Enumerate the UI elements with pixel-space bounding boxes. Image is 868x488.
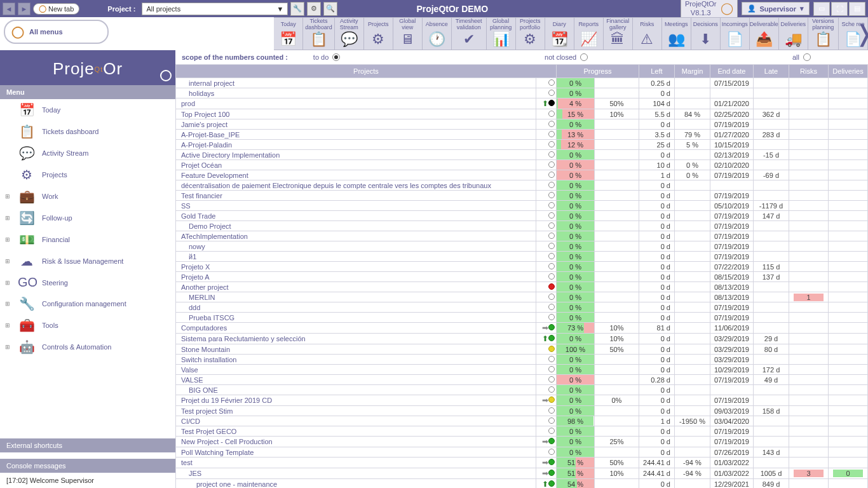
external-shortcuts-header[interactable]: External shortcuts: [0, 438, 175, 452]
toolbar-item[interactable]: Financial gallery🏛: [604, 18, 633, 50]
nav-back-button[interactable]: ◄: [3, 3, 15, 15]
table-row[interactable]: VALSE0 %0.28 d07/19/201949 d: [176, 375, 868, 385]
sidebar-item[interactable]: 📋Tickets dashboard: [0, 121, 175, 142]
table-row[interactable]: ATechImplementation0 %0 d07/19/2019: [176, 231, 868, 241]
panel-button[interactable]: ▤: [849, 2, 865, 16]
toolbar-item[interactable]: Incomings📄: [721, 18, 750, 50]
all-menus-button[interactable]: ◯ All menus: [4, 20, 109, 44]
cell-late: [754, 416, 789, 426]
toolbar-item[interactable]: Today📅: [274, 18, 303, 50]
table-row[interactable]: Jamie's project0 %0 d07/19/2019: [176, 119, 868, 130]
table-row[interactable]: Projeto A0 %0 d08/15/2019137 d: [176, 272, 868, 282]
table-row[interactable]: Feature Development0 %1 d0 %07/19/2019-6…: [176, 170, 868, 180]
col-margin[interactable]: Margin: [674, 65, 710, 78]
sidebar-item[interactable]: 💬Activity Stream: [0, 142, 175, 164]
table-row[interactable]: internal project0 %0.25 d07/15/2019: [176, 78, 868, 88]
sidebar-item[interactable]: ⊞💼Work: [0, 186, 175, 207]
toolbar-item[interactable]: Deliveries🚚: [779, 18, 808, 50]
toolbar-item[interactable]: Timesheet validation✔: [452, 18, 487, 50]
toolbar-item[interactable]: Versions planning📋: [808, 18, 839, 50]
col-deliveries[interactable]: Deliveries: [829, 65, 868, 78]
table-row[interactable]: Valse0 %0 d10/29/2019172 d: [176, 365, 868, 375]
sidebar-item[interactable]: 📅Today: [0, 99, 175, 121]
table-row[interactable]: Prueba ITSCG0 %0 d07/19/2019: [176, 313, 868, 323]
toolbar-item[interactable]: Tickets dashboard📋: [303, 18, 335, 50]
scope-todo[interactable]: to do: [313, 53, 340, 61]
table-row[interactable]: й10 %0 d07/19/2019: [176, 252, 868, 262]
toolbar-item[interactable]: Global view🖥: [393, 18, 423, 50]
toolbar-scroll-right[interactable]: ❭: [858, 18, 868, 50]
table-row[interactable]: ddd0 %0 d07/19/2019: [176, 302, 868, 313]
toolbar-item[interactable]: Meetings👥: [662, 18, 691, 50]
table-row[interactable]: Test financier0 %0 d07/19/2019: [176, 191, 868, 201]
nav-forward-button[interactable]: ►: [18, 3, 31, 15]
table-row[interactable]: BIG ONE0 %0 d: [176, 385, 868, 395]
toolbar-item[interactable]: Absence🕐: [423, 18, 452, 50]
scope-notclosed[interactable]: not closed: [545, 53, 588, 61]
table-row[interactable]: Stone Mountain100 %50%0 d03/29/201980 d: [176, 344, 868, 355]
table-row[interactable]: JES➡51 %10%244.41 d-94 %01/03/20221005 d…: [176, 468, 868, 479]
sidebar-item[interactable]: ⊞🔧Configuration management: [0, 293, 175, 315]
new-tab-button[interactable]: ◯New tab: [33, 3, 79, 15]
table-row[interactable]: MERLIN0 %0 d08/13/20191: [176, 292, 868, 302]
col-left[interactable]: Left: [639, 65, 674, 78]
col-projects[interactable]: Projects: [176, 65, 557, 78]
table-row[interactable]: décentralisation de paiement Electroniqu…: [176, 180, 868, 191]
toolbar-item[interactable]: Reports📈: [574, 18, 604, 50]
wrench-button[interactable]: 🔧: [290, 2, 304, 16]
table-row[interactable]: Top Project 10015 %10%5.5 d84 %02/25/202…: [176, 109, 868, 119]
table-row[interactable]: A-Projet-Base_IPE13 %3.5 d79 %01/27/2020…: [176, 130, 868, 140]
gear-button[interactable]: ⚙: [307, 2, 321, 16]
table-row[interactable]: Projet du 19 Février 2019 CD➡0 %0%0 d07/…: [176, 395, 868, 406]
toolbar-item[interactable]: Global planning📊: [487, 18, 516, 50]
fullscreen-button[interactable]: ⛶: [831, 2, 848, 16]
col-progress[interactable]: Progress: [556, 65, 639, 78]
toolbar-item[interactable]: Diary📆: [545, 18, 574, 50]
table-row[interactable]: Demo Project0 %0 d07/19/2019: [176, 221, 868, 231]
table-row[interactable]: prod⬆4 %50%104 d01/21/2020: [176, 98, 868, 109]
table-row[interactable]: SS0 %0 d05/10/2019-1179 d: [176, 201, 868, 211]
col-enddate[interactable]: End date: [710, 65, 753, 78]
col-risks[interactable]: Risks: [789, 65, 829, 78]
scope-all[interactable]: all: [792, 53, 811, 61]
toolbar-item[interactable]: Decisions⬇: [691, 18, 721, 50]
col-late[interactable]: Late: [754, 65, 789, 78]
sidebar-item[interactable]: ⊞🧰Tools: [0, 315, 175, 336]
table-row[interactable]: Projet Océan0 %10 d0 %02/10/2020: [176, 160, 868, 170]
sidebar-item[interactable]: ⊞GOSteering: [0, 272, 175, 293]
table-row[interactable]: New Project - Cell Production➡0 %25%0 d0…: [176, 437, 868, 447]
cell-name: SS: [176, 201, 536, 211]
toolbar-item[interactable]: Projects⚙: [364, 18, 393, 50]
sidebar-item[interactable]: ⚙Projects: [0, 164, 175, 186]
table-row[interactable]: Switch installation0 %0 d03/29/2019: [176, 355, 868, 365]
table-row[interactable]: nowy0 %0 d07/19/2019: [176, 241, 868, 252]
table-row[interactable]: Another project0 %0 d08/13/2019: [176, 282, 868, 292]
table-row[interactable]: Active Directory Implementation0 %0 d02/…: [176, 150, 868, 160]
table-row[interactable]: Sistema para Reclutamiento y selección⬆0…: [176, 334, 868, 344]
search-button[interactable]: 🔍: [323, 2, 337, 16]
toolbar-item[interactable]: Activity Stream💬: [335, 18, 364, 50]
sidebar-item[interactable]: ⊞☁Risk & Issue Management: [0, 250, 175, 272]
table-row[interactable]: Gold Trade0 %0 d07/19/2019147 d: [176, 211, 868, 221]
sidebar-item[interactable]: ⊞🤖Controls & Automation: [0, 336, 175, 358]
cell-late: [754, 395, 789, 406]
table-row[interactable]: Test project Stim0 %0 d09/03/2019158 d: [176, 406, 868, 416]
table-row[interactable]: Projeto X0 %0 d07/22/2019115 d: [176, 262, 868, 272]
supervisor-menu[interactable]: 👤 Supervisor ▾: [742, 2, 810, 15]
table-row[interactable]: project one - maintenance⬆54 %0 d12/29/2…: [176, 479, 868, 489]
table-row[interactable]: Test Projet GECO0 %0 d07/19/2019: [176, 426, 868, 437]
console-header[interactable]: Console messages: [0, 459, 175, 473]
toolbar-item[interactable]: Deliverable📤: [750, 18, 779, 50]
sidebar-item[interactable]: ⊞🔄Follow-up: [0, 207, 175, 229]
sidebar-item[interactable]: ⊞💵Financial: [0, 229, 175, 250]
toolbar-item[interactable]: Projects portfolio⚙: [516, 18, 545, 50]
table-row[interactable]: test➡51 %50%244.41 d-94 %01/03/2022: [176, 458, 868, 468]
table-row[interactable]: CI/CD98 %1 d-1950 %03/04/2020: [176, 416, 868, 426]
table-row[interactable]: Computadores➡73 %10%81 d11/06/2019: [176, 323, 868, 334]
project-select[interactable]: All projects▼: [142, 3, 288, 15]
table-row[interactable]: Poll Watching Template0 %0 d07/26/201914…: [176, 447, 868, 458]
table-row[interactable]: holidays0 %0 d: [176, 88, 868, 98]
collapse-button[interactable]: ▭: [813, 2, 830, 16]
table-row[interactable]: A-Projet-Paladin12 %25 d5 %10/15/2019: [176, 140, 868, 150]
toolbar-item[interactable]: Risks⚠: [633, 18, 662, 50]
